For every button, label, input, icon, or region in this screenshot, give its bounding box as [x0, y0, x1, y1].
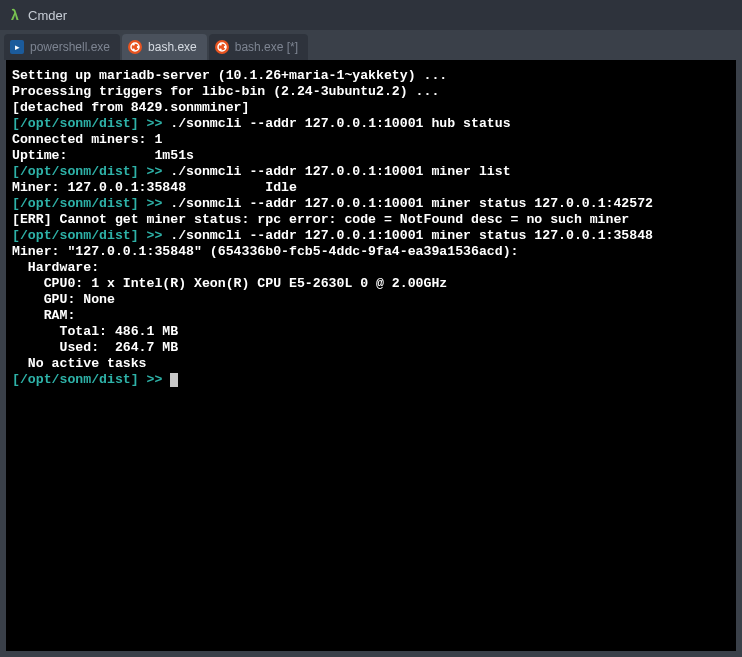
terminal-text: ./sonmcli --addr 127.0.0.1:10001 hub sta…: [162, 116, 510, 131]
terminal-text: [ERR] Cannot get miner status: rpc error…: [12, 212, 629, 227]
terminal-line: Processing triggers for libc-bin (2.24-3…: [12, 84, 730, 100]
terminal-line: Connected miners: 1: [12, 132, 730, 148]
terminal-line: Miner: 127.0.0.1:35848 Idle: [12, 180, 730, 196]
terminal-line: [/opt/sonm/dist] >>: [12, 372, 730, 388]
terminal-line: [ERR] Cannot get miner status: rpc error…: [12, 212, 730, 228]
terminal-text: [/opt/sonm/dist] >>: [12, 228, 162, 243]
terminal-text: [detached from 8429.sonmminer]: [12, 100, 249, 115]
svg-point-5: [224, 46, 226, 48]
svg-point-2: [132, 43, 134, 45]
terminal-line: [/opt/sonm/dist] >> ./sonmcli --addr 127…: [12, 164, 730, 180]
terminal-text: No active tasks: [12, 356, 147, 371]
terminal-line: [/opt/sonm/dist] >> ./sonmcli --addr 127…: [12, 196, 730, 212]
terminal-text: RAM:: [12, 308, 75, 323]
terminal-line: Total: 486.1 MB: [12, 324, 730, 340]
ubuntu-icon: [128, 40, 142, 54]
terminal-text: CPU0: 1 x Intel(R) Xeon(R) CPU E5-2630L …: [12, 276, 447, 291]
titlebar: λ Cmder: [0, 0, 742, 30]
terminal-line: CPU0: 1 x Intel(R) Xeon(R) CPU E5-2630L …: [12, 276, 730, 292]
terminal-viewport[interactable]: Setting up mariadb-server (10.1.26+maria…: [6, 60, 736, 651]
terminal-text: Uptime: 1m51s: [12, 148, 194, 163]
terminal-text: Total: 486.1 MB: [12, 324, 178, 339]
terminal-line: GPU: None: [12, 292, 730, 308]
terminal-text: Processing triggers for libc-bin (2.24-3…: [12, 84, 439, 99]
terminal-text: Used: 264.7 MB: [12, 340, 178, 355]
app-title: Cmder: [28, 8, 67, 23]
terminal-line: No active tasks: [12, 356, 730, 372]
tab-bash-active[interactable]: bash.exe: [122, 34, 207, 60]
terminal-text: Miner: 127.0.0.1:35848 Idle: [12, 180, 297, 195]
powershell-icon: ▸: [10, 40, 24, 54]
tab-powershell[interactable]: ▸ powershell.exe: [4, 34, 120, 60]
terminal-text: ./sonmcli --addr 127.0.0.1:10001 miner l…: [162, 164, 510, 179]
svg-point-6: [219, 43, 221, 45]
tab-bash-2[interactable]: bash.exe [*]: [209, 34, 308, 60]
terminal-text: [/opt/sonm/dist] >>: [12, 372, 162, 387]
terminal-text: Hardware:: [12, 260, 99, 275]
terminal-line: Miner: "127.0.0.1:35848" (654336b0-fcb5-…: [12, 244, 730, 260]
tabbar: ▸ powershell.exe bash.exe bash.exe [*]: [0, 30, 742, 60]
tab-label: bash.exe [*]: [235, 40, 298, 54]
cmder-lambda-icon: λ: [8, 8, 22, 22]
terminal-text: [162, 372, 170, 387]
terminal-text: [/opt/sonm/dist] >>: [12, 196, 162, 211]
svg-point-3: [132, 48, 134, 50]
svg-point-1: [137, 46, 139, 48]
terminal-text: ./sonmcli --addr 127.0.0.1:10001 miner s…: [162, 196, 653, 211]
tab-label: bash.exe: [148, 40, 197, 54]
svg-point-7: [219, 48, 221, 50]
terminal-text: ./sonmcli --addr 127.0.0.1:10001 miner s…: [162, 228, 653, 243]
terminal-line: [/opt/sonm/dist] >> ./sonmcli --addr 127…: [12, 116, 730, 132]
cursor-icon: [170, 373, 178, 387]
terminal-line: [/opt/sonm/dist] >> ./sonmcli --addr 127…: [12, 228, 730, 244]
terminal-text: Setting up mariadb-server (10.1.26+maria…: [12, 68, 447, 83]
terminal-text: Connected miners: 1: [12, 132, 162, 147]
terminal-text: [/opt/sonm/dist] >>: [12, 116, 162, 131]
terminal-line: Setting up mariadb-server (10.1.26+maria…: [12, 68, 730, 84]
terminal-line: Uptime: 1m51s: [12, 148, 730, 164]
tab-label: powershell.exe: [30, 40, 110, 54]
terminal-line: RAM:: [12, 308, 730, 324]
terminal-text: GPU: None: [12, 292, 115, 307]
terminal-text: [/opt/sonm/dist] >>: [12, 164, 162, 179]
terminal-text: Miner: "127.0.0.1:35848" (654336b0-fcb5-…: [12, 244, 518, 259]
terminal-line: Hardware:: [12, 260, 730, 276]
terminal-line: [detached from 8429.sonmminer]: [12, 100, 730, 116]
terminal-line: Used: 264.7 MB: [12, 340, 730, 356]
ubuntu-icon: [215, 40, 229, 54]
